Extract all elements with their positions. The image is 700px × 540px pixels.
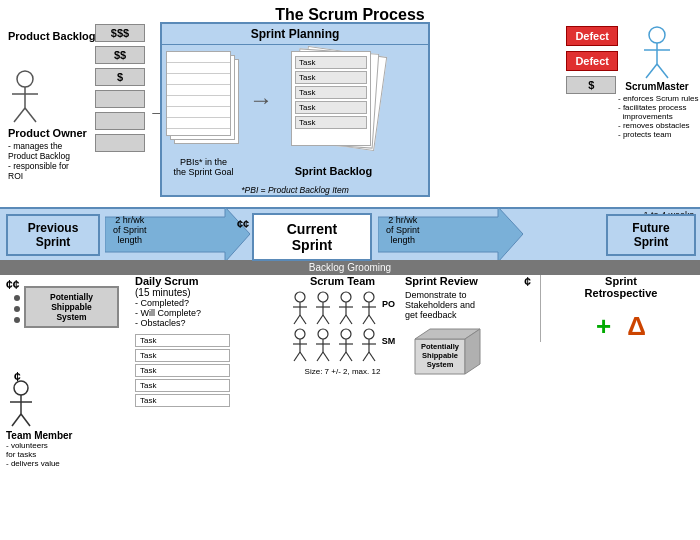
pbis-label: PBIs* in the the Sprint Goal xyxy=(166,157,241,177)
svg-line-35 xyxy=(363,315,369,324)
pbi-stack: PBIs* in the the Sprint Goal xyxy=(166,51,241,161)
previous-sprint-box: Previous Sprint xyxy=(6,214,100,256)
backlog-items: $$$ $$ $ xyxy=(95,24,145,152)
team-person-3 xyxy=(336,291,356,326)
product-owner-area: Product Owner - manages the Product Back… xyxy=(8,70,87,181)
retro-symbols: + Δ xyxy=(547,311,695,342)
scrummaster-icon xyxy=(640,26,675,81)
team-member-desc: - volunteers for tasks - delivers value xyxy=(6,441,73,468)
current-sprint-box: Current Sprint xyxy=(252,213,372,261)
team-member-area: Team Member - volunteers for tasks - del… xyxy=(6,380,73,468)
svg-point-37 xyxy=(295,329,305,339)
team-person-4 xyxy=(359,291,379,326)
product-backlog-label: Product Backlog: xyxy=(8,30,99,42)
shippable-cube-label: Potentially Shippable System xyxy=(417,342,463,369)
task-2: Task xyxy=(295,71,367,84)
task-5: Task xyxy=(295,116,367,129)
svg-point-5 xyxy=(649,27,665,43)
scrummaster-desc: - enforces Scrum rules - facilitates pro… xyxy=(618,94,696,139)
sprint-planning-box: Sprint Planning PBIs* in the the Sprint … xyxy=(160,22,430,197)
planning-to-backlog-arrow: → xyxy=(249,86,273,114)
svg-point-52 xyxy=(364,329,374,339)
future-sprint-box: Future Sprint xyxy=(606,214,696,256)
cent-cc-bottom: ¢¢ xyxy=(6,278,19,292)
svg-line-9 xyxy=(657,64,668,78)
svg-line-56 xyxy=(369,352,375,361)
retro-plus-symbol: + xyxy=(596,311,611,342)
svg-line-55 xyxy=(363,352,369,361)
sprint-backlog-label: Sprint Backlog xyxy=(281,165,386,177)
backlog-item-6 xyxy=(95,134,145,152)
backlog-item-4 xyxy=(95,90,145,108)
sprint-backlog-stack: Task Task Task Task Task Sprint Backlog xyxy=(281,51,386,161)
ds-task-3: Task xyxy=(135,364,230,377)
team-row-2: SM xyxy=(285,328,400,363)
svg-line-16 xyxy=(21,414,30,426)
scrummaster-label: ScrumMaster xyxy=(618,81,696,92)
shippable-system-left: Potentially Shippable System xyxy=(24,286,119,328)
right-flow-arrow-container: 2 hr/wk of Sprint length xyxy=(378,207,523,262)
sprint-review-title: Sprint Review xyxy=(405,275,535,287)
daily-scrum-area: Daily Scrum (15 minutes) - Completed? - … xyxy=(135,275,280,407)
svg-line-20 xyxy=(294,315,300,324)
svg-line-51 xyxy=(346,352,352,361)
defect-badge-2: Defect xyxy=(566,51,618,71)
dollar-sm-badge: $ xyxy=(566,76,616,94)
sprint-planning-title: Sprint Planning xyxy=(162,24,428,45)
daily-scrum-item-3: - Obstacles? xyxy=(135,318,280,328)
svg-line-26 xyxy=(323,315,329,324)
team-person-7 xyxy=(336,328,356,363)
team-row-1: PO xyxy=(285,291,400,326)
ds-task-1: Task xyxy=(135,334,230,347)
sprint-review-area: Sprint Review Demonstrate to Stakeholder… xyxy=(405,275,535,379)
svg-point-17 xyxy=(295,292,305,302)
task-3: Task xyxy=(295,86,367,99)
defect-badge-1: Defect xyxy=(566,26,618,46)
daily-scrum-tasks: Task Task Task Task Task xyxy=(135,334,280,407)
svg-line-8 xyxy=(646,64,657,78)
product-owner-label: Product Owner xyxy=(8,127,87,139)
product-owner-icon xyxy=(8,70,43,125)
team-person-2 xyxy=(313,291,333,326)
svg-point-22 xyxy=(318,292,328,302)
sm-role-label: SM xyxy=(382,336,396,363)
sprint-review-desc: Demonstrate to Stakeholders and get feed… xyxy=(405,290,535,320)
svg-point-0 xyxy=(17,71,33,87)
daily-scrum-item-1: - Completed? xyxy=(135,298,280,308)
team-size-label: Size: 7 +/- 2, max. 12 xyxy=(285,367,400,376)
team-person-6 xyxy=(313,328,333,363)
task-1: Task xyxy=(295,56,367,69)
svg-line-4 xyxy=(25,108,36,122)
cent-cc-left: ¢¢ xyxy=(237,218,249,230)
svg-line-21 xyxy=(300,315,306,324)
scrummaster-area: ScrumMaster - enforces Scrum rules - fac… xyxy=(618,26,696,139)
ds-task-2: Task xyxy=(135,349,230,362)
team-person-1 xyxy=(290,291,310,326)
svg-line-36 xyxy=(369,315,375,324)
retro-delta-symbol: Δ xyxy=(627,311,646,342)
team-member-label: Team Member xyxy=(6,430,73,441)
dots-column xyxy=(14,295,20,328)
svg-line-46 xyxy=(323,352,329,361)
svg-line-45 xyxy=(317,352,323,361)
svg-point-42 xyxy=(318,329,328,339)
product-owner-desc: - manages the Product Backlog - responsi… xyxy=(8,141,87,181)
svg-point-12 xyxy=(14,381,28,395)
svg-line-40 xyxy=(294,352,300,361)
svg-point-47 xyxy=(341,329,351,339)
svg-line-41 xyxy=(300,352,306,361)
daily-scrum-item-2: - Will Complete? xyxy=(135,308,280,318)
svg-line-3 xyxy=(14,108,25,122)
ds-task-4: Task xyxy=(135,379,230,392)
svg-line-31 xyxy=(346,315,352,324)
sprint-retro-area: Sprint Retrospective + Δ xyxy=(540,275,695,342)
backlog-item-2: $$ xyxy=(95,46,145,64)
team-person-8 xyxy=(359,328,379,363)
scrum-team-area: Scrum Team PO SM Size: 7 +/- 2, max. 12 xyxy=(285,275,400,376)
backlog-item-5 xyxy=(95,112,145,130)
sprint-retro-title: Sprint Retrospective xyxy=(547,275,695,299)
svg-line-15 xyxy=(12,414,21,426)
backlog-grooming-bar: Backlog Grooming xyxy=(0,260,700,275)
svg-line-25 xyxy=(317,315,323,324)
daily-scrum-subtitle: (15 minutes) xyxy=(135,287,280,298)
